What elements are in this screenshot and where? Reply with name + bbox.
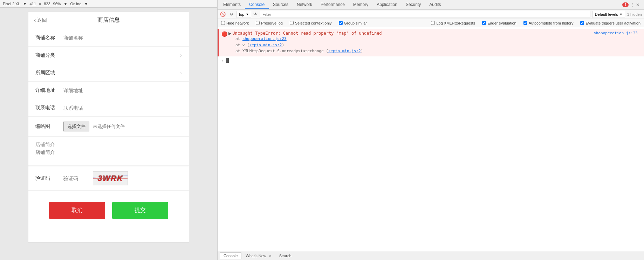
submit-button[interactable]: 提交	[112, 202, 168, 219]
error-entry: 🔴 shopoperation.js:23 ▶ Uncaught TypeErr…	[218, 29, 644, 56]
eval-triggers-option[interactable]: Evaluate triggers user activation	[580, 21, 640, 25]
preserve-log-option[interactable]: Preserve log	[256, 21, 283, 25]
options-right: Log XMLHttpRequests Eager evaluation Aut…	[431, 21, 640, 25]
console-prompt[interactable]: ›	[218, 56, 644, 64]
eval-triggers-checkbox[interactable]	[580, 21, 584, 25]
selected-context-label: Selected context only	[295, 21, 332, 25]
bottom-tab-search[interactable]: Search	[276, 253, 295, 259]
choose-file-button[interactable]: 选择文件	[63, 122, 89, 131]
group-similar-checkbox[interactable]	[339, 21, 343, 25]
eye-icon[interactable]: 👁	[253, 12, 258, 17]
label-shop-name: 商铺名称	[35, 35, 63, 41]
selected-context-checkbox[interactable]	[290, 21, 294, 25]
label-phone: 联系电话	[35, 105, 63, 111]
log-xhr-label: Log XMLHttpRequests	[436, 21, 475, 25]
field-address: 详细地址	[28, 82, 189, 99]
device-model[interactable]: Pixel 2 XL	[3, 2, 20, 6]
label-shop-category: 商铺分类	[35, 52, 63, 59]
form-section-1: 商铺名称 商铺分类 › 所属区域 › 详细地址	[28, 29, 189, 166]
field-region[interactable]: 所属区域 ›	[28, 64, 189, 82]
zoom-sep: ▼	[64, 2, 68, 6]
device-toolbar: Pixel 2 XL ▼ 411 × 823 96% ▼ Online ▼	[0, 0, 217, 8]
clear-console-icon[interactable]: 🚫	[220, 11, 226, 18]
stack-link-3[interactable]: zepto.min.js:2	[328, 49, 361, 53]
close-devtools-icon[interactable]: ✕	[636, 2, 640, 7]
hide-network-option[interactable]: Hide network	[221, 21, 249, 25]
hide-network-label: Hide network	[226, 21, 249, 25]
prompt-cursor	[226, 58, 229, 63]
group-similar-label: Group similar	[344, 21, 367, 25]
input-phone[interactable]	[63, 105, 182, 111]
label-description: 店铺简介	[35, 142, 55, 148]
more-tabs-icon[interactable]: ⋮	[630, 2, 635, 7]
autocomplete-checkbox[interactable]	[523, 21, 527, 25]
field-description: 店铺简介	[28, 137, 189, 166]
log-xhr-option[interactable]: Log XMLHttpRequests	[431, 21, 475, 25]
device-x: ×	[39, 2, 41, 6]
prompt-arrow-icon: ›	[221, 58, 224, 63]
tab-security[interactable]: Security	[402, 1, 425, 9]
chevron-right-icon: ›	[180, 52, 182, 59]
form-header: ‹ 返回 商店信息	[28, 12, 189, 29]
error-stack: at shopoperation.js:23 at v (zepto.min.j…	[228, 36, 640, 54]
tab-performance[interactable]: Performance	[316, 1, 349, 9]
eager-eval-checkbox[interactable]	[482, 21, 486, 25]
filter-input[interactable]	[260, 11, 590, 18]
back-label: 返回	[37, 17, 47, 23]
tab-sources[interactable]: Sources	[269, 1, 293, 9]
devtools-panel: Elements Console Sources Network Perform…	[217, 0, 644, 260]
devtools-tabs-bar: Elements Console Sources Network Perform…	[218, 0, 644, 10]
device-height: 823	[44, 2, 50, 6]
context-dropdown-icon: ▼	[246, 13, 249, 16]
input-address[interactable]	[63, 88, 182, 93]
log-levels-selector[interactable]: Default levels ▼	[592, 11, 625, 18]
network-status[interactable]: Online	[70, 2, 82, 6]
tab-memory[interactable]: Memory	[349, 1, 372, 9]
file-input-row: 选择文件 未选择任何文件	[63, 122, 125, 131]
autocomplete-option[interactable]: Autocomplete from history	[523, 21, 574, 25]
eager-eval-option[interactable]: Eager evaluation	[482, 21, 516, 25]
tab-elements[interactable]: Elements	[219, 1, 245, 9]
context-selector[interactable]: top ▼	[237, 11, 251, 18]
whats-new-close-icon[interactable]: ✕	[269, 254, 272, 258]
captcha-row: 3WRK	[63, 171, 128, 185]
captcha-image[interactable]: 3WRK	[93, 171, 128, 185]
cancel-button[interactable]: 取消	[49, 202, 105, 219]
bottom-tab-console[interactable]: Console	[220, 252, 241, 259]
field-thumbnail: 缩略图 选择文件 未选择任何文件	[28, 117, 189, 137]
tab-network[interactable]: Network	[293, 1, 316, 9]
tab-application[interactable]: Application	[372, 1, 402, 9]
label-captcha: 验证码	[35, 175, 63, 182]
stack-link-1[interactable]: shopoperation.js:23	[242, 36, 287, 41]
levels-label: Default levels	[595, 12, 618, 16]
tab-audits[interactable]: Audits	[425, 1, 445, 9]
error-file-link[interactable]: shopoperation.js:23	[594, 31, 638, 35]
field-shop-category[interactable]: 商铺分类 ›	[28, 47, 189, 64]
error-expand-icon[interactable]: ▶	[228, 31, 231, 35]
log-xhr-checkbox[interactable]	[431, 21, 435, 25]
left-panel: Pixel 2 XL ▼ 411 × 823 96% ▼ Online ▼ ‹ …	[0, 0, 217, 260]
devtools-toolbar: 🚫 ⊘ top ▼ 👁 Default levels ▼ 1 hidden	[218, 10, 644, 19]
eager-eval-label: Eager evaluation	[487, 21, 516, 25]
stack-line-1: at shopoperation.js:23	[235, 36, 640, 42]
page-title: 商店信息	[97, 16, 120, 24]
stack-link-2[interactable]: zepto.min.js:2	[249, 43, 282, 47]
input-captcha[interactable]	[63, 176, 88, 181]
autocomplete-label: Autocomplete from history	[529, 21, 574, 25]
zoom-level[interactable]: 96%	[53, 2, 61, 6]
selected-context-option[interactable]: Selected context only	[290, 21, 332, 25]
input-description[interactable]	[35, 149, 182, 160]
bottom-tab-whats-new[interactable]: What's New ✕	[242, 253, 275, 259]
field-shop-name: 商铺名称	[28, 29, 189, 47]
stack-line-3: at XMLHttpRequest.S.onreadystatechange (…	[235, 48, 640, 54]
block-icon[interactable]: ⊘	[228, 11, 234, 18]
hide-network-checkbox[interactable]	[221, 21, 225, 25]
device-width: 411	[29, 2, 36, 6]
preserve-log-checkbox[interactable]	[256, 21, 260, 25]
input-shop-name[interactable]	[63, 35, 182, 41]
tab-console[interactable]: Console	[245, 1, 269, 9]
group-similar-option[interactable]: Group similar	[339, 21, 367, 25]
back-button[interactable]: ‹ 返回	[34, 17, 47, 23]
error-icon: 🔴	[221, 31, 227, 37]
network-sep: ▼	[84, 2, 88, 6]
